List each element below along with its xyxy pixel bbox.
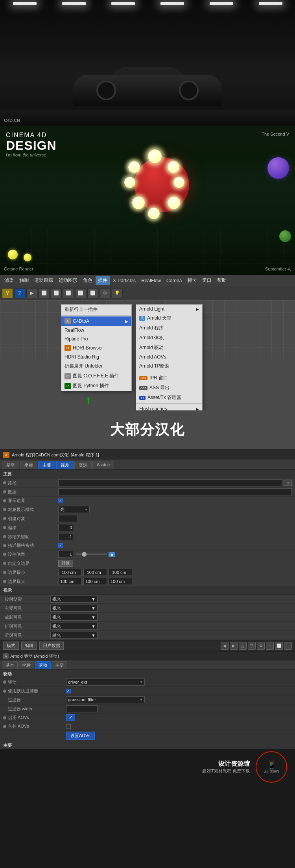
toggle-switch[interactable]: ○ xyxy=(284,480,292,486)
action-icon-8[interactable]: ⬛ xyxy=(284,642,292,650)
show-bounds-check[interactable]: ✓ xyxy=(58,498,63,503)
submenu-ipr[interactable]: IPR IPR 窗口 xyxy=(136,373,202,383)
freeze-keys-value[interactable] xyxy=(58,533,292,540)
create-obj-input[interactable] xyxy=(58,515,78,522)
toolbar-btn-2[interactable]: ⬜ xyxy=(39,288,50,298)
submenu-arnold-light[interactable]: Arnold Light ▶ xyxy=(136,305,202,313)
submenu-arnold-proc[interactable]: Arnold 程序 xyxy=(136,323,202,333)
dropdown-coffee[interactable]: C 图覧 C.O.F.F.E.E 插件 xyxy=(61,371,131,381)
menu-item-xparticles[interactable]: X-Particles xyxy=(111,277,138,285)
set-aov-value[interactable]: 设置AOVs xyxy=(66,732,292,740)
camera-vis-dropdown[interactable]: 视光 ▼ xyxy=(50,605,98,612)
menu-item-character[interactable]: 角色 xyxy=(81,276,95,285)
step-size-slider[interactable] xyxy=(76,554,107,555)
dropdown-hdri-studio[interactable]: HDRI Studio Rig xyxy=(61,353,131,361)
shadow-vis-dropdown[interactable]: 视光 ▼ xyxy=(50,614,98,621)
menu-item-realflow[interactable]: RealFlow xyxy=(139,277,163,285)
action-icon-4[interactable]: ▽ xyxy=(248,642,256,650)
default-filter-value[interactable]: ✓ xyxy=(66,689,292,693)
tab-basic[interactable]: 基平 xyxy=(2,461,19,469)
action-icon-7[interactable]: ⬜ xyxy=(275,642,283,650)
bounds-min-x[interactable] xyxy=(58,569,82,576)
submenu-flush[interactable]: Flush caches ▶ xyxy=(136,405,202,410)
toolbar-axis-z[interactable]: Z xyxy=(14,288,25,298)
toolbar-btn-7[interactable]: ⚙ xyxy=(100,288,111,298)
submenu-arnold-aov[interactable]: Arnold AOVs xyxy=(136,353,202,361)
merge-aov-check[interactable] xyxy=(66,724,71,729)
toolbar-btn-8[interactable]: 💡 xyxy=(112,288,123,298)
menu-item-window[interactable]: 窗口 xyxy=(200,276,214,285)
data-value[interactable] xyxy=(58,488,292,495)
menu-item-help[interactable]: 帮助 xyxy=(215,276,229,285)
step-size-value[interactable]: ■ xyxy=(58,551,292,558)
bounds-max-z[interactable] xyxy=(109,578,132,585)
enable-aov-check[interactable]: ✓ xyxy=(66,714,75,721)
action-icon-2[interactable]: ▶ xyxy=(230,642,238,650)
menu-item-motion-track[interactable]: 运动跟踪 xyxy=(32,276,55,285)
tab-coord[interactable]: 坐标 xyxy=(20,461,37,469)
show-bounds-value[interactable]: ✓ xyxy=(58,498,292,503)
near-grid-check[interactable]: ✓ xyxy=(58,543,63,548)
filter-value[interactable]: gaussian_filter ▼ xyxy=(66,696,292,703)
toolbar-btn-1[interactable]: ▶ xyxy=(26,288,37,298)
toolbar-btn-6[interactable]: ⬜ xyxy=(87,288,98,298)
submenu-arnold-sky[interactable]: 天 Arnold 天空 xyxy=(136,313,202,323)
submenu-arnold-vol[interactable]: Arnold 体积 xyxy=(136,333,202,343)
dropdown-unfolder[interactable]: 折鑫展开 Unfolder xyxy=(61,361,131,371)
enable-aov-value[interactable]: ✓ xyxy=(66,714,292,721)
create-obj-value[interactable] xyxy=(58,515,292,522)
menu-item-mograph[interactable]: 运动图形 xyxy=(56,276,80,285)
submenu-arnold-tp[interactable]: Arnold TP断裂 xyxy=(136,361,202,371)
set-aov-button[interactable]: 设置AOVs xyxy=(66,732,95,740)
bounds-max-y[interactable] xyxy=(83,578,107,585)
menu-item-sculpt[interactable]: 触刺 xyxy=(17,276,31,285)
bounds-min-z[interactable] xyxy=(109,569,132,576)
drives-tab-basic[interactable]: 基本 xyxy=(2,661,18,669)
filter-dropdown[interactable]: gaussian_filter ▼ xyxy=(66,696,145,703)
cast-shadow-dropdown[interactable]: 视光 ▼ xyxy=(50,596,98,603)
driver-dropdown[interactable]: driver_exr ▼ xyxy=(66,679,145,686)
drives-tab-main[interactable]: 主要 xyxy=(52,661,67,669)
dropdown-hdri-browser[interactable]: H HDRI Browser xyxy=(61,343,131,353)
action-icon-5[interactable]: ⚙ xyxy=(257,642,265,650)
freeze-keys-input[interactable] xyxy=(58,533,74,540)
toolbar-btn-4[interactable]: ⬜ xyxy=(63,288,74,298)
near-grid-value[interactable]: ✓ xyxy=(58,543,292,548)
edit-tab[interactable]: 编辑 xyxy=(21,642,37,650)
path-value[interactable]: ○ xyxy=(58,479,292,486)
dropdown-realflow[interactable]: RealFlow xyxy=(61,326,131,335)
custom-bounds-value[interactable]: 计算 xyxy=(58,560,292,567)
merge-aov-value[interactable] xyxy=(66,724,292,729)
driver-value[interactable]: driver_exr ▼ xyxy=(66,679,292,686)
dropdown-riptide[interactable]: Riptide Pro xyxy=(61,335,131,343)
data-input[interactable] xyxy=(58,488,292,495)
submenu-ass[interactable]: Ass ASS 导出 xyxy=(136,383,202,393)
submenu-arnold-drive[interactable]: Arnold 驱动 xyxy=(136,343,202,353)
action-icon-1[interactable]: ◀ xyxy=(221,642,229,650)
tab-visibility[interactable]: 视差 xyxy=(56,461,74,469)
display-mode-dropdown[interactable]: 亮 ▼ xyxy=(58,506,90,513)
menu-item-scripts[interactable]: 脚卡 xyxy=(185,276,199,285)
display-mode-value[interactable]: 亮 ▼ xyxy=(58,506,292,513)
bounds-max-x[interactable] xyxy=(58,578,82,585)
toolbar-btn-3[interactable]: ⬜ xyxy=(51,288,62,298)
offset-value[interactable] xyxy=(58,524,292,531)
drives-tab-drive[interactable]: 驱动 xyxy=(35,661,51,669)
drives-tab-coord[interactable]: 坐标 xyxy=(18,661,34,669)
menu-item-corona[interactable]: Corona xyxy=(164,277,184,285)
calc-button[interactable]: 计算 xyxy=(58,560,73,567)
diffuse-vis-dropdown[interactable]: 辅光 ▼ xyxy=(50,632,98,639)
refract-vis-dropdown[interactable]: 视光 ▼ xyxy=(50,623,98,630)
dropdown-python[interactable]: P 图覧 Python 插件 xyxy=(61,381,131,391)
mode-tab[interactable]: 模式 xyxy=(3,642,19,650)
menu-item-plugins[interactable]: 插件 xyxy=(96,276,110,285)
userdata-tab[interactable]: 用户数据 xyxy=(39,642,64,650)
submenu-tx[interactable]: Tx Asset/Tx 管理器 xyxy=(136,393,202,403)
filter-width-input[interactable] xyxy=(66,705,98,712)
default-filter-check[interactable]: ✓ xyxy=(66,689,71,693)
tab-asstoc[interactable]: Asstoc xyxy=(92,461,114,469)
menu-item-render[interactable]: 滤染 xyxy=(2,276,16,285)
step-size-input[interactable] xyxy=(58,551,74,558)
toolbar-btn-5[interactable]: ⬜ xyxy=(75,288,86,298)
tab-main[interactable]: 主要 xyxy=(38,461,55,469)
